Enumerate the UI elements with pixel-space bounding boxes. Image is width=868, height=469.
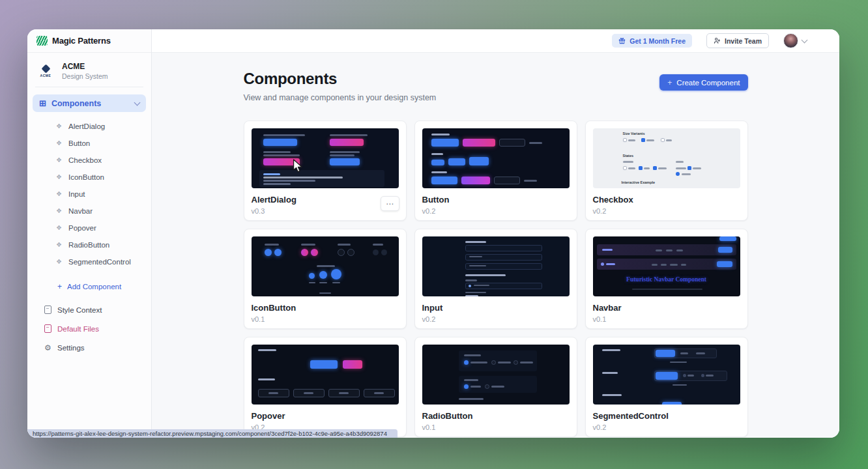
invite-team-button[interactable]: Invite Team: [706, 33, 769, 48]
card-title: Navbar: [593, 303, 740, 313]
card-menu-button[interactable]: ⋯: [381, 196, 399, 211]
component-thumbnail[interactable]: [252, 128, 399, 188]
sidebar-item-input[interactable]: ❖Input: [27, 186, 151, 203]
thumb-shape: [309, 273, 315, 279]
thumb-shape: [311, 249, 318, 256]
user-plus-icon: [714, 37, 721, 44]
component-card-radiobutton[interactable]: RadioButtonv0.1: [414, 337, 577, 437]
sidebar-item-segmentedcontrol[interactable]: ❖SegmentedControl: [27, 253, 151, 270]
component-thumbnail[interactable]: [252, 345, 399, 405]
app-logo[interactable]: Magic Patterns: [27, 29, 151, 53]
thumb-shape: [459, 398, 484, 400]
gift-icon: [618, 37, 626, 44]
component-icon: ❖: [56, 174, 62, 180]
thumb-shape: [464, 354, 481, 356]
get-month-free-button[interactable]: Get 1 Month Free: [612, 34, 692, 48]
status-url: https://patterns-git-alex-lee-design-sys…: [33, 430, 387, 437]
component-thumbnail[interactable]: [422, 345, 570, 405]
thumb-shape: [263, 173, 280, 175]
sidebar-item-style-context[interactable]: Style Context: [27, 300, 151, 319]
component-card-alertdialog[interactable]: AlertDialogv0.3⋯: [244, 121, 407, 221]
sidebar-item-components[interactable]: ⊞ Components: [33, 94, 146, 112]
thumb-shape: [520, 362, 533, 363]
thumb-shape: [258, 349, 276, 351]
settings-label: Settings: [57, 344, 85, 352]
acme-logo-text: ACME: [40, 74, 51, 78]
thumb-shape: [465, 245, 542, 251]
sidebar-item-navbar[interactable]: ❖Navbar: [27, 203, 151, 220]
thumb-shape: [465, 274, 506, 276]
thumb-shape: [494, 177, 520, 184]
main-content: Components View and manage components in…: [152, 53, 839, 438]
thumb-shape: [431, 139, 459, 147]
component-card-checkbox[interactable]: Size VariantsStatesInteractive ExampleCh…: [585, 121, 748, 221]
component-card-navbar[interactable]: Futuristic Navbar ComponentNavbarv0.1: [585, 229, 748, 329]
card-version: v0.2: [593, 207, 740, 215]
thumb-shape: [465, 254, 542, 261]
thumb-shape: [687, 166, 691, 170]
component-card-segmentedcontrol[interactable]: SegmentedControlv0.2: [585, 337, 748, 437]
card-version: v0.3: [252, 207, 399, 215]
thumb-shape: [469, 285, 471, 287]
thumb-shape: [459, 350, 537, 371]
component-thumbnail[interactable]: [593, 345, 740, 405]
component-thumbnail[interactable]: Size VariantsStatesInteractive Example: [593, 128, 740, 188]
thumb-shape: [263, 151, 291, 153]
thumb-shape: [469, 256, 482, 257]
thumb-shape: [331, 269, 341, 279]
component-icon: ❖: [56, 242, 62, 248]
acme-logo-icon: ACME: [36, 62, 55, 80]
thumb-shape: [719, 236, 736, 241]
sidebar-item-popover[interactable]: ❖Popover: [27, 220, 151, 236]
grid-icon: ⊞: [39, 99, 46, 107]
user-menu[interactable]: [783, 33, 807, 48]
thumb-shape: [683, 374, 686, 377]
component-card-input[interactable]: Inputv0.2: [414, 229, 577, 329]
component-thumbnail[interactable]: [422, 128, 570, 188]
avatar[interactable]: [783, 33, 798, 48]
workspace-subtitle: Design System: [62, 72, 108, 80]
thumb-shape: [717, 261, 732, 267]
component-card-iconbutton[interactable]: IconButtonv0.1: [244, 229, 407, 329]
sidebar-item-radiobutton[interactable]: ❖RadioButton: [27, 236, 151, 253]
sidebar-item-settings[interactable]: ⚙ Settings: [27, 338, 151, 357]
thumb-shape: [676, 172, 680, 176]
thumb-shape: [628, 139, 635, 141]
sidebar-item-iconbutton[interactable]: ❖IconButton: [27, 169, 151, 186]
component-icon: ❖: [56, 208, 62, 214]
thumb-shape: [263, 180, 315, 182]
thumb-shape: [693, 167, 701, 169]
card-version: v0.1: [422, 423, 570, 431]
sidebar-item-default-files[interactable]: Default Files: [27, 319, 151, 338]
sidebar-item-button[interactable]: ❖Button: [27, 135, 151, 152]
thumb-shape: [696, 352, 705, 354]
thumb-shape: [463, 139, 495, 147]
thumb-shape: [301, 249, 308, 256]
thumb-shape: [330, 139, 364, 146]
default-files-label: Default Files: [57, 325, 99, 333]
thumb-shape: [338, 244, 351, 246]
thumb-shape: [263, 154, 300, 156]
sidebar-item-checkbox[interactable]: ❖Checkbox: [27, 152, 151, 169]
add-component-button[interactable]: + Add Component: [27, 278, 151, 295]
sidebar-item-alertdialog[interactable]: ❖AlertDialog: [27, 118, 151, 135]
thumb-shape: [474, 285, 489, 286]
component-card-button[interactable]: Buttonv0.2: [414, 121, 577, 221]
create-component-button[interactable]: + Create Component: [659, 74, 747, 91]
component-thumbnail[interactable]: Futuristic Navbar Component: [593, 236, 740, 296]
sidebar-item-label: Input: [68, 190, 85, 198]
card-title: Button: [422, 195, 570, 205]
component-icon: ❖: [56, 157, 62, 163]
component-card-popover[interactable]: Popoverv0.2: [244, 337, 407, 437]
component-thumbnail[interactable]: [422, 236, 570, 296]
thumb-shape: [338, 249, 345, 256]
thumb-shape: [319, 282, 327, 283]
thumb-shape: [676, 249, 683, 251]
thumb-shape: [498, 362, 511, 363]
component-thumbnail[interactable]: [252, 236, 399, 296]
thumb-caption: Futuristic Navbar Component: [593, 276, 740, 283]
thumb-shape: [330, 154, 354, 156]
thumb-shape: [373, 244, 383, 246]
workspace-switcher[interactable]: ACME ACME Design System: [27, 53, 151, 87]
thumb-shape: [656, 249, 662, 251]
